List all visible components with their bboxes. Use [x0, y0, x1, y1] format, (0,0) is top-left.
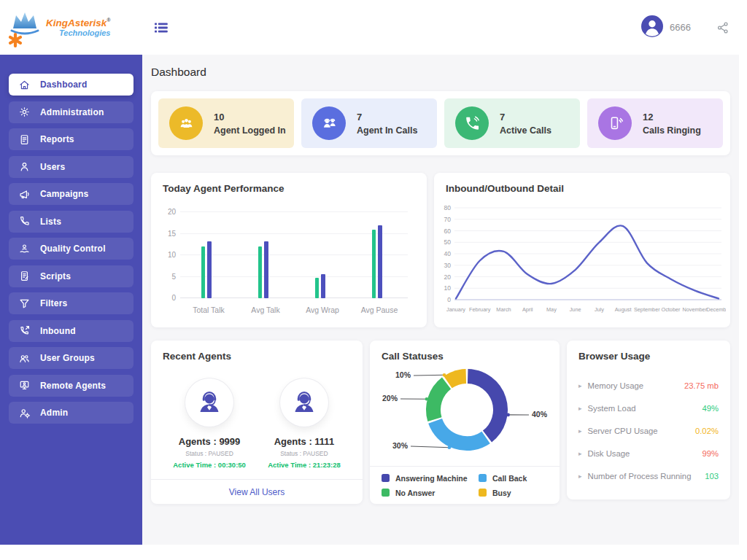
- agent-block: Agents : 9999Status : PAUSEDActive Time …: [173, 374, 246, 469]
- call-statuses-title: Call Statuses: [370, 341, 560, 362]
- agent-status: Status : PAUSED: [173, 450, 246, 457]
- gridline: [180, 211, 408, 212]
- usage-row-memory-usage[interactable]: ▸Memory Usage23.75 mb: [578, 374, 719, 397]
- legend-item-call-back[interactable]: Call Back: [479, 474, 548, 483]
- legend-item-busy[interactable]: Busy: [479, 489, 548, 497]
- usage-value: 0.02%: [695, 427, 719, 435]
- sidebar-item-user-groups[interactable]: User Groups: [9, 347, 133, 369]
- sidebar-item-filters[interactable]: Filters: [9, 292, 133, 314]
- y-axis-tick: 10: [160, 251, 176, 259]
- usergroups-icon: [18, 352, 31, 365]
- usage-label: Server CPU Usage: [588, 427, 695, 435]
- legend-item-no-answer[interactable]: No Answer: [382, 489, 479, 497]
- remote-icon: [18, 379, 31, 392]
- svg-text:November: November: [682, 306, 707, 313]
- quality-icon: [18, 243, 31, 255]
- y-axis-tick: 15: [160, 230, 176, 238]
- sidebar-item-label: User Groups: [40, 353, 95, 363]
- sidebar-item-lists[interactable]: Lists: [9, 211, 133, 233]
- user-avatar[interactable]: [641, 15, 663, 40]
- registered-mark: ®: [107, 18, 110, 23]
- admin-icon: [18, 407, 31, 419]
- sidebar: KingAsterisk® Technologies DashboardAdmi…: [0, 0, 142, 545]
- agent-name: Agents : 9999: [173, 436, 246, 447]
- usage-label: System Load: [588, 404, 703, 413]
- usage-rows: ▸Memory Usage23.75 mb▸System Load49%▸Ser…: [578, 374, 719, 487]
- usage-label: Memory Usage: [588, 381, 684, 390]
- sidebar-item-admin[interactable]: Admin: [9, 402, 133, 424]
- view-all-users-link[interactable]: View All Users: [229, 487, 285, 497]
- bar-avg-talk-series1: [258, 246, 262, 298]
- agent-active-time: Active Time : 00:30:50: [173, 461, 246, 469]
- sidebar-item-dashboard[interactable]: Dashboard: [9, 74, 133, 96]
- svg-text:50: 50: [444, 238, 452, 246]
- legend-swatch: [479, 489, 487, 497]
- share-icon[interactable]: [716, 21, 729, 34]
- brand-name: KingAsterisk: [46, 17, 107, 28]
- sidebar-item-label: Quality Control: [40, 244, 106, 254]
- y-axis-tick: 0: [160, 294, 176, 302]
- line-chart: 01020304050607080JanuaryFebruaryMarchApr…: [440, 202, 726, 323]
- usage-row-server-cpu-usage[interactable]: ▸Server CPU Usage0.02%: [578, 419, 719, 442]
- svg-text:40: 40: [444, 250, 452, 257]
- home-icon: [18, 79, 31, 91]
- svg-text:0: 0: [447, 296, 451, 303]
- agent-active-time: Active Time : 21:23:28: [268, 461, 341, 469]
- bar-avg-talk-series2: [264, 241, 268, 298]
- user-id: 6666: [670, 22, 691, 33]
- usage-row-number-of-process-running[interactable]: ▸Number of Process Running103: [578, 464, 719, 487]
- sidebar-item-label: Lists: [40, 217, 61, 227]
- svg-text:February: February: [469, 306, 491, 313]
- svg-text:30: 30: [444, 262, 452, 269]
- activecall-icon: [455, 106, 489, 140]
- sidebar-item-campaigns[interactable]: Campaigns: [9, 183, 133, 205]
- sidebar-item-scripts[interactable]: Scripts: [9, 265, 133, 287]
- usage-row-disk-usage[interactable]: ▸Disk Usage99%: [578, 442, 719, 464]
- sidebar-nav: DashboardAdministrationReportsUsersCampa…: [0, 55, 142, 429]
- sidebar-item-inbound[interactable]: Inbound: [9, 320, 133, 342]
- agent-avatar-icon: [280, 378, 328, 427]
- usage-value: 99%: [702, 449, 719, 458]
- agent-performance-title: Today Agent Performance: [151, 173, 427, 194]
- sidebar-item-label: Filters: [40, 298, 67, 308]
- sidebar-item-label: Campaigns: [40, 189, 88, 199]
- svg-text:January: January: [446, 306, 465, 313]
- svg-text:40%: 40%: [532, 410, 548, 419]
- agent-block: Agents : 1111Status : PAUSEDActive Time …: [268, 374, 341, 469]
- sidebar-item-remote-agents[interactable]: Remote Agents: [9, 375, 133, 397]
- content: Dashboard 10Agent Logged In7Agent In Cal…: [142, 55, 739, 545]
- svg-text:June: June: [570, 306, 581, 313]
- donut-chart: 40%30%20%10%: [370, 362, 560, 468]
- legend-item-answering-machine[interactable]: Answering Machine: [382, 474, 479, 483]
- svg-text:December: December: [706, 306, 726, 313]
- recent-agents-title: Recent Agents: [151, 341, 363, 362]
- legend-swatch: [382, 474, 390, 482]
- svg-text:20: 20: [444, 273, 452, 281]
- browser-usage-title: Browser Usage: [567, 341, 730, 362]
- menu-toggle-icon[interactable]: [154, 20, 169, 35]
- x-axis-label: Avg Wrap: [294, 306, 351, 314]
- sidebar-item-administration[interactable]: Administration: [9, 101, 133, 123]
- svg-text:70: 70: [444, 216, 452, 223]
- agent-performance-card: Today Agent Performance 05101520Total Ta…: [151, 173, 427, 327]
- brand-text: KingAsterisk® Technologies: [46, 18, 110, 37]
- brand-subtitle: Technologies: [46, 29, 110, 38]
- caret-right-icon: ▸: [578, 405, 582, 412]
- sidebar-item-reports[interactable]: Reports: [9, 128, 133, 150]
- svg-text:May: May: [546, 306, 557, 313]
- usage-label: Disk Usage: [588, 449, 703, 458]
- sidebar-item-label: Admin: [40, 408, 68, 418]
- sidebar-item-quality-control[interactable]: Quality Control: [9, 238, 133, 260]
- agent-avatar-icon: [185, 378, 233, 427]
- usage-value: 49%: [702, 404, 719, 413]
- stat-value: 12: [643, 112, 701, 122]
- sidebar-item-users[interactable]: Users: [9, 156, 133, 178]
- y-axis-tick: 5: [160, 273, 176, 281]
- stat-label: Calls Ringing: [643, 125, 701, 136]
- usage-row-system-load[interactable]: ▸System Load49%: [578, 397, 719, 419]
- agents-card-footer: View All Users: [151, 479, 363, 504]
- recent-agents-card: Recent Agents Agents : 9999Status : PAUS…: [151, 341, 363, 504]
- brand-logo[interactable]: KingAsterisk® Technologies: [0, 0, 142, 55]
- bar-total-talk-series2: [207, 241, 212, 298]
- svg-text:April: April: [522, 306, 533, 313]
